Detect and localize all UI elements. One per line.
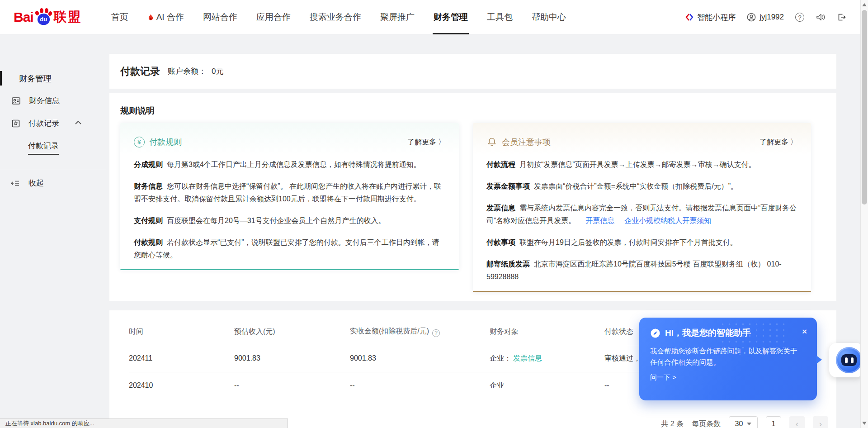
rules-cards: ¥ 付款规则 了解更多 〉 分成规则每月第3或4个工作日产出上月分成信息及发票信…: [120, 123, 826, 292]
assistant-robot-avatar[interactable]: [836, 347, 862, 373]
prev-page-button[interactable]: ‹: [789, 416, 805, 428]
rule-label: 付款流程: [486, 161, 515, 168]
scrollbar-down-arrow[interactable]: [862, 422, 867, 425]
close-icon[interactable]: ×: [802, 327, 807, 336]
small-taxpayer-notice-link[interactable]: 企业小规模纳税人开票须知: [624, 217, 711, 224]
account-balance-value: 0元: [212, 66, 223, 76]
help-icon[interactable]: ?: [795, 13, 804, 22]
invoice-info-link[interactable]: 发票信息: [513, 354, 542, 362]
rule-paragraph: 付款规则若付款状态显示“已支付”，说明联盟已安排了您的付款。支付后三个工作日内到…: [134, 236, 445, 262]
miniprogram-diamond-icon: [685, 13, 693, 21]
scrollbar-thumb[interactable]: [862, 10, 867, 204]
robot-face: [841, 354, 857, 366]
per-page-select[interactable]: 30: [729, 416, 758, 428]
rule-label: 付款事项: [486, 238, 515, 246]
col-header-entity: 财务对象: [490, 327, 604, 337]
member-notice-card: 会员注意事项 了解更多 〉 付款流程月初按“发票信息”页面开具发票→上传发票→邮…: [473, 123, 811, 292]
rule-text: 若付款状态显示“已支付”，说明联盟已安排了您的付款。支付后三个工作日内到帐，请您…: [134, 238, 439, 259]
sidebar-collapse-button[interactable]: 收起: [10, 178, 44, 188]
chevron-up-icon[interactable]: [75, 120, 82, 125]
rule-text: 每月第3或4个工作日产出上月分成信息及发票信息，如有特殊情况将提前通知。: [167, 161, 421, 168]
rules-panel: 规则说明 ¥ 付款规则 了解更多 〉 分成规则每月第3或4个工作日产出上月分成信…: [109, 93, 836, 301]
learn-more-link[interactable]: 了解更多 〉: [407, 138, 445, 147]
learn-more-link[interactable]: 了解更多 〉: [760, 138, 797, 147]
sidebar-item-finance-info[interactable]: 财务信息: [11, 95, 60, 106]
page-scrollbar[interactable]: [860, 0, 868, 428]
card-title: 会员注意事项: [502, 137, 551, 147]
col-header-estimated: 预估收入(元): [234, 327, 350, 337]
rule-paragraph: 财务信息您可以在财务信息中选择“保留付款”。 在此期间您产生的收入将在账户内进行…: [134, 180, 445, 205]
nav-item-home[interactable]: 首页: [111, 0, 128, 34]
payment-rules-card: ¥ 付款规则 了解更多 〉 分成规则每月第3或4个工作日产出上月分成信息及发票信…: [120, 123, 459, 270]
rule-paragraph: 发票金额事项发票票面“价税合计”金额=系统中“实收金额（扣除税费后/元）”。: [486, 180, 797, 193]
collapse-arrow-icon: [10, 179, 20, 188]
cell-estimated: 9001.83: [234, 354, 350, 362]
id-card-icon: [11, 96, 21, 105]
rule-label: 支付规则: [134, 217, 163, 224]
learn-more-label: 了解更多: [760, 138, 788, 147]
yen-circle-icon: ¥: [134, 137, 145, 147]
top-nav: Bai du 联盟 首页 AI 合作 网站合作 应用合作 搜索业务合作 聚屏推广…: [0, 0, 868, 34]
nav-item-toolkit[interactable]: 工具包: [487, 0, 513, 34]
rule-label: 邮寄纸质发票: [486, 260, 530, 268]
rule-text: 月初按“发票信息”页面开具发票→上传发票→邮寄发票→审核→确认支付。: [519, 161, 756, 168]
logo-text-union: 联盟: [54, 8, 82, 26]
badge-star-icon: [11, 119, 20, 128]
nav-item-label: 帮助中心: [532, 11, 566, 23]
sidebar-item-label: 财务信息: [29, 95, 60, 106]
sidebar-subitem-payment-records[interactable]: 付款记录: [28, 141, 59, 155]
cell-actual: --: [350, 381, 490, 390]
logo-text-du: du: [38, 14, 50, 25]
flame-icon: [147, 13, 154, 21]
rule-paragraph: 付款流程月初按“发票信息”页面开具发票→上传发票→邮寄发票→审核→确认支付。: [486, 158, 797, 171]
logout-icon[interactable]: [837, 13, 846, 22]
sidebar-group-finance[interactable]: 财务管理: [19, 73, 52, 84]
nav-item-ai[interactable]: AI 合作: [147, 0, 184, 34]
rule-label: 付款规则: [134, 238, 163, 246]
nav-item-finance[interactable]: 财务管理: [434, 0, 468, 34]
main-menu: 首页 AI 合作 网站合作 应用合作 搜索业务合作 聚屏推广 财务管理 工具包 …: [102, 0, 576, 34]
robot-eye: [851, 357, 854, 363]
miniprogram-label: 智能小程序: [697, 12, 736, 23]
entity-label: 企业: [490, 381, 504, 389]
assistant-popup: Hi，我是您的智能助手 × 我会帮助您诊断合作链路问题，以及解答您关于任何合作相…: [639, 318, 817, 400]
next-page-button[interactable]: ›: [813, 416, 828, 428]
invoice-info-link[interactable]: 开票信息: [585, 217, 614, 224]
nav-item-website[interactable]: 网站合作: [203, 0, 237, 34]
nav-item-search-biz[interactable]: 搜索业务合作: [310, 0, 361, 34]
nav-item-app[interactable]: 应用合作: [256, 0, 291, 34]
rule-paragraph: 支付规则百度联盟会在每月20号—31号支付企业会员上个自然月产生的收入。: [134, 214, 445, 227]
cell-actual: 9001.83: [350, 354, 490, 362]
question-circle-icon[interactable]: ?: [432, 329, 440, 337]
nav-item-label: 搜索业务合作: [310, 11, 361, 23]
nav-item-juping[interactable]: 聚屏推广: [380, 0, 415, 34]
rule-label: 发票金额事项: [486, 182, 530, 190]
page-number-button[interactable]: 1: [766, 416, 781, 428]
baidu-union-logo[interactable]: Bai du 联盟: [14, 8, 82, 27]
account-balance-label: 账户余额：: [168, 66, 206, 76]
nav-item-label: 应用合作: [256, 11, 291, 23]
announcement-speaker-icon[interactable]: [816, 13, 826, 22]
user-account[interactable]: jyj1992: [747, 13, 784, 22]
rule-label: 财务信息: [134, 182, 163, 190]
sidebar-item-payment-records[interactable]: 付款记录: [11, 118, 59, 128]
assistant-compass-icon: [650, 328, 660, 338]
smart-miniprogram-link[interactable]: 智能小程序: [685, 12, 736, 23]
sidebar-divider: [0, 169, 106, 169]
nav-item-label: 财务管理: [434, 11, 468, 23]
scrollbar-up-arrow[interactable]: [862, 3, 867, 6]
sidebar-active-indicator: [0, 71, 2, 86]
rule-text: 百度联盟会在每月20号—31号支付企业会员上个自然月产生的收入。: [167, 217, 386, 224]
rules-section-title: 规则说明: [120, 105, 826, 117]
nav-item-help-center[interactable]: 帮助中心: [532, 0, 566, 34]
ask-now-link[interactable]: 问一下 >: [650, 373, 676, 382]
page-title: 付款记录: [120, 65, 160, 78]
cell-entity: 企业：发票信息: [490, 354, 604, 363]
chevron-right-icon: 〉: [438, 138, 445, 147]
cell-time: 202410: [129, 381, 234, 390]
rule-paragraph: 邮寄纸质发票北京市海淀区西北旺东路10号院百度科技园5号楼 百度联盟财务组（收）…: [486, 258, 797, 283]
bell-icon: [486, 137, 497, 147]
rule-paragraph: 发票信息需与系统内发票信息内容完全一致，否则无法支付。请根据发票信息页面中“百度…: [486, 202, 797, 227]
baidu-paw-icon: du: [34, 8, 52, 27]
rule-text: 北京市海淀区西北旺东路10号院百度科技园5号楼 百度联盟财务组（收） 010-5…: [486, 260, 782, 281]
